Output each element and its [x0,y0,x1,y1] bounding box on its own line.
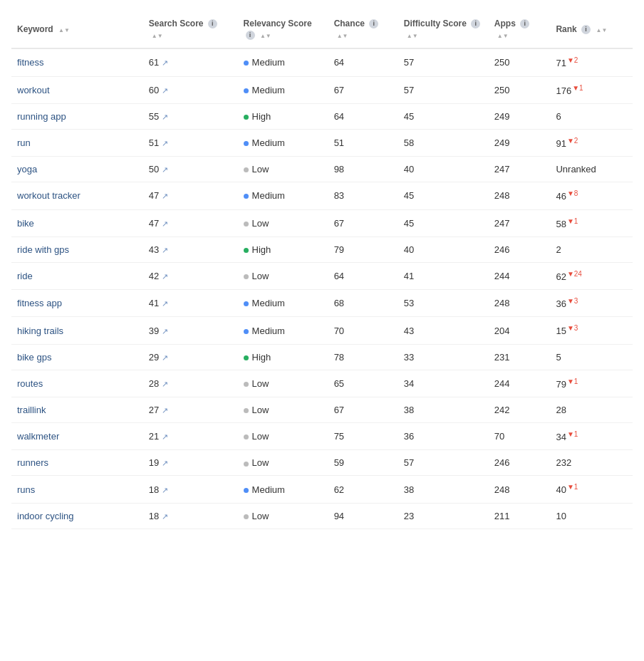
difficulty-cell: 57 [398,48,489,76]
difficulty-cell: 43 [398,317,489,344]
chance-info-icon[interactable]: i [369,19,378,28]
relevancy-cell: Medium [238,129,328,156]
keyword-cell: workout tracker [11,182,143,209]
difficulty-value: 34 [404,378,414,389]
search-score-value: 51 [149,137,159,148]
col-header-chance[interactable]: Chance i ▲▼ [328,11,398,48]
difficulty-cell: 38 [398,397,489,423]
relevancy-score-info-icon[interactable]: i [246,31,255,40]
rank-change: ▼2 [567,137,578,145]
col-header-keyword[interactable]: Keyword ▲▼ [11,11,143,48]
chart-icon[interactable]: ↗ [162,406,168,415]
keyword-cell: running app [11,103,143,129]
chart-icon[interactable]: ↗ [162,58,168,67]
relevancy-dot [244,222,249,227]
apps-value: 244 [494,378,510,389]
apps-cell: 231 [489,344,551,370]
table-row: running app55 ↗High64452496 [11,103,633,129]
keyword-sort[interactable]: ▲▼ [58,28,70,33]
chart-icon[interactable]: ↗ [162,380,168,388]
rank-cell: 79▼1 [550,370,633,397]
table-row: yoga50 ↗Low9840247Unranked [11,157,633,182]
apps-value: 249 [494,111,510,122]
relevancy-score-sort[interactable]: ▲▼ [260,33,271,39]
apps-value: 231 [494,352,510,363]
chart-icon[interactable]: ↗ [162,86,168,95]
relevancy-dot [244,488,249,493]
chart-icon[interactable]: ↗ [162,459,168,467]
table-row: walkmeter21 ↗Low75367034▼1 [11,423,633,450]
chart-icon[interactable]: ↗ [162,165,168,174]
rank-sort[interactable]: ▲▼ [596,28,607,33]
search-score-value: 18 [149,484,159,495]
col-header-search-score[interactable]: Search Score i ▲▼ [143,11,238,48]
rank-change: ▼1 [567,378,578,385]
apps-value: 70 [494,431,504,442]
chart-icon[interactable]: ↗ [162,299,168,308]
chart-icon[interactable]: ↗ [162,353,168,362]
keyword-cell: bike gps [11,344,143,370]
search-score-cell: 27 ↗ [143,397,238,423]
chance-value: 64 [334,271,344,281]
rank-info-icon[interactable]: i [581,25,591,34]
chance-value: 67 [334,85,344,95]
relevancy-value: Low [252,431,269,442]
apps-info-icon[interactable]: i [520,19,529,28]
chart-icon[interactable]: ↗ [162,219,168,228]
chart-icon[interactable]: ↗ [162,113,168,121]
search-score-cell: 41 ↗ [143,290,238,317]
col-header-relevancy-score[interactable]: Relevancy Score i ▲▼ [238,11,328,48]
chance-cell: 62 [328,476,398,503]
difficulty-value: 36 [404,431,414,442]
chance-cell: 64 [328,48,398,76]
apps-cell: 247 [489,209,551,236]
rank-cell: 34▼1 [550,423,633,450]
table-row: workout60 ↗Medium6757250176▼1 [11,76,633,103]
chart-icon[interactable]: ↗ [162,192,168,200]
apps-value: 246 [494,244,510,255]
relevancy-dot [244,408,249,413]
chart-icon[interactable]: ↗ [162,272,168,281]
search-score-value: 29 [149,352,159,363]
col-header-apps[interactable]: Apps i ▲▼ [489,11,551,48]
search-score-cell: 50 ↗ [143,157,238,182]
search-score-cell: 55 ↗ [143,103,238,129]
chance-cell: 59 [328,450,398,476]
col-header-difficulty-score[interactable]: Difficulty Score i ▲▼ [398,11,489,48]
search-score-info-icon[interactable]: i [208,19,217,28]
apps-cell: 242 [489,397,551,423]
apps-sort[interactable]: ▲▼ [497,33,509,39]
relevancy-dot [244,514,249,519]
difficulty-score-info-icon[interactable]: i [471,19,480,28]
search-score-value: 60 [149,85,159,95]
chart-icon[interactable]: ↗ [162,139,168,147]
rank-change: ▼1 [567,483,578,491]
relevancy-cell: Low [238,503,328,529]
difficulty-value: 43 [404,326,414,336]
chart-icon[interactable]: ↗ [162,432,168,441]
chance-value: 64 [334,111,344,122]
chance-cell: 65 [328,370,398,397]
table-row: runners19 ↗Low5957246232 [11,450,633,476]
relevancy-value: Low [252,218,269,229]
chance-sort[interactable]: ▲▼ [337,33,348,39]
search-score-cell: 29 ↗ [143,344,238,370]
search-score-value: 50 [149,164,159,175]
chance-cell: 79 [328,236,398,262]
apps-cell: 246 [489,450,551,476]
chart-icon[interactable]: ↗ [162,486,168,494]
chart-icon[interactable]: ↗ [162,327,168,335]
chance-cell: 83 [328,182,398,209]
difficulty-cell: 53 [398,290,489,317]
search-score-sort[interactable]: ▲▼ [152,33,163,39]
apps-cell: 248 [489,182,551,209]
relevancy-dot [244,115,249,120]
chart-icon[interactable]: ↗ [162,246,168,254]
chart-icon[interactable]: ↗ [162,512,168,521]
apps-value: 248 [494,484,510,495]
col-header-rank[interactable]: Rank i ▲▼ [550,11,633,48]
rank-value: 91 [556,138,566,149]
search-score-cell: 47 ↗ [143,182,238,209]
difficulty-value: 53 [404,298,414,308]
difficulty-score-sort[interactable]: ▲▼ [407,33,418,39]
